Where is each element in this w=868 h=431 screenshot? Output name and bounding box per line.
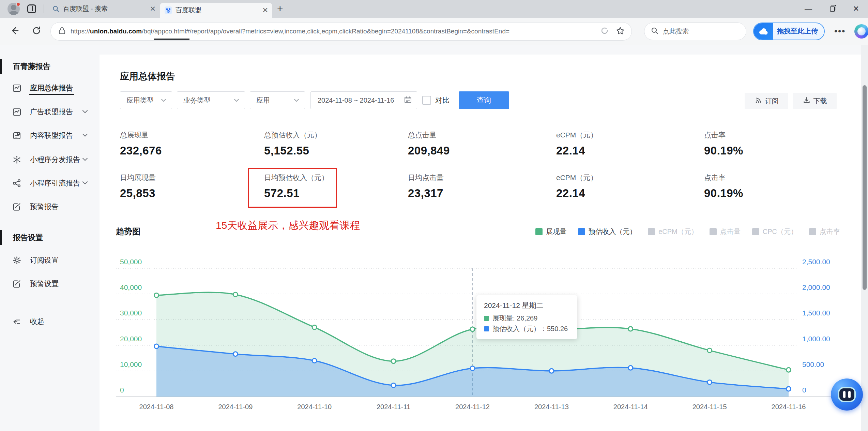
stat-总展现量: 总展现量232,676 [120, 130, 256, 157]
tab-close-icon[interactable]: ✕ [150, 5, 156, 13]
back-icon[interactable] [10, 26, 20, 37]
chevron-down-icon [82, 132, 88, 138]
stat-label: eCPM（元） [556, 130, 692, 140]
tooltip-date: 2024-11-12 星期二 [484, 301, 570, 310]
refresh-icon[interactable] [31, 26, 42, 37]
address-bar[interactable]: https://union.baidu.com/bqt/appco.html#/… [50, 22, 632, 41]
page-scrollbar [861, 45, 868, 431]
tooltip-series-value: 预估收入（元）：550.26 [492, 324, 568, 333]
close-button[interactable]: ✕ [844, 0, 868, 18]
download-button[interactable]: 下载 [793, 93, 837, 109]
legend-item-点击率[interactable]: 点击率 [809, 227, 840, 236]
tab-baidu-union[interactable]: du 百度联盟 ✕ [160, 3, 272, 18]
svg-text:2024-11-12: 2024-11-12 [455, 403, 490, 411]
url-focus-underline [154, 39, 189, 40]
lock-icon [58, 27, 66, 36]
sidebar-item-label: 小程序引流报告 [30, 178, 80, 188]
app-select[interactable]: 应用 [250, 91, 305, 109]
stat-label: 日均点击量 [408, 173, 544, 182]
legend-swatch [710, 228, 717, 235]
data-point [312, 325, 317, 329]
svg-text:2024-11-14: 2024-11-14 [613, 403, 648, 411]
sidebar-item-小程序引流报告[interactable]: 小程序引流报告 [0, 174, 100, 193]
stat-点击率: 点击率90.19% [704, 173, 840, 200]
date-range-input[interactable]: 2024-11-08 ~ 2024-11-16 [310, 91, 417, 109]
stat-value: 209,849 [408, 144, 544, 157]
url-domain: union.baidu.com [90, 28, 142, 35]
data-point [787, 368, 791, 372]
svg-text:30,000: 30,000 [120, 309, 142, 317]
sidebar-section-title: 百青藤报告 [13, 61, 50, 72]
chevron-down-icon [234, 97, 239, 103]
scrollbar-thumb[interactable] [863, 85, 867, 290]
stat-value: 23,317 [408, 187, 544, 200]
ai-assistant-button[interactable] [831, 378, 863, 411]
section-accent-bar [0, 230, 2, 245]
sidebar-item-预警设置[interactable]: 预警设置 [0, 274, 100, 293]
notification-dot [16, 2, 20, 6]
compare-label: 对比 [435, 95, 450, 105]
avatar-torso-shape [9, 11, 18, 15]
subscribe-button[interactable]: 订阅 [745, 93, 788, 109]
copilot-icon[interactable] [854, 24, 868, 39]
business-type-select[interactable]: 业务类型 [177, 91, 245, 109]
legend-item-CPC（元）[interactable]: CPC（元） [752, 227, 797, 236]
stat-value: 22.14 [556, 187, 692, 200]
chevron-down-icon [294, 97, 299, 103]
svg-text:500.00: 500.00 [802, 360, 824, 368]
app-type-select[interactable]: 应用类型 [120, 91, 172, 109]
browser-menu-icon[interactable]: ••• [834, 26, 846, 36]
collapse-sidebar-button[interactable]: 收起 [0, 312, 100, 331]
legend-item-展现量[interactable]: 展现量 [535, 227, 566, 236]
sidebar-item-订阅设置[interactable]: 订阅设置 [0, 251, 100, 270]
data-point [787, 387, 791, 391]
sidebar-item-广告联盟报告[interactable]: 广告联盟报告 [0, 102, 100, 121]
legend-item-eCPM（元）[interactable]: eCPM（元） [648, 227, 698, 236]
svg-text:1,000.00: 1,000.00 [802, 335, 830, 343]
stat-label: 总预估收入（元） [264, 130, 400, 140]
sidebar-section-header: 百青藤报告 [0, 58, 100, 75]
data-point [154, 293, 159, 297]
sidebar-item-预警报告[interactable]: 预警报告 [0, 197, 100, 216]
svg-text:2,500.00: 2,500.00 [802, 258, 830, 266]
chevron-down-icon [82, 180, 88, 186]
sidebar-item-label: 订阅设置 [30, 255, 59, 265]
legend-item-点击量[interactable]: 点击量 [710, 227, 741, 236]
translate-icon[interactable] [600, 26, 609, 36]
tab-title: 百度联盟 [176, 6, 259, 15]
sidebar-item-内容联盟报告[interactable]: 内容联盟报告 [0, 126, 100, 145]
legend-item-预估收入（元）[interactable]: 预估收入（元） [578, 227, 636, 236]
new-tab-button[interactable]: + [277, 3, 283, 15]
workspaces-icon[interactable] [27, 4, 36, 13]
browser-titlebar: 百度联盟 - 搜索 ✕ du 百度联盟 ✕ + — ✕ [0, 0, 868, 18]
url-text: https://union.baidu.com/bqt/appco.html#/… [71, 28, 596, 35]
quick-search-box[interactable]: 点此搜索 [644, 23, 746, 40]
report-chart-icon [12, 84, 21, 93]
favorite-star-icon[interactable] [616, 26, 625, 36]
tab-close-icon[interactable]: ✕ [262, 6, 268, 14]
svg-text:2024-11-16: 2024-11-16 [772, 403, 806, 411]
content-report-icon [12, 131, 21, 140]
calendar-icon [404, 95, 412, 105]
active-item-underline [29, 94, 74, 95]
legend-swatch [809, 228, 816, 235]
tab-baidu-search[interactable]: 百度联盟 - 搜索 ✕ [47, 2, 160, 16]
gear-icon [12, 256, 21, 265]
baidu-favicon-icon: du [165, 6, 172, 14]
tooltip-series-swatch [484, 316, 489, 321]
tooltip-row: 展现量: 26,269 [484, 313, 570, 324]
netdisk-upload-button[interactable]: 拖拽至此上传 [753, 23, 825, 40]
data-point [391, 383, 396, 387]
legend-label: CPC（元） [763, 227, 797, 236]
sidebar-item-小程序分发报告[interactable]: 小程序分发报告 [0, 150, 100, 169]
compare-checkbox[interactable] [422, 96, 431, 105]
stat-label: 日均展现量 [120, 173, 256, 182]
browser-window: 百度联盟 - 搜索 ✕ du 百度联盟 ✕ + — ✕ ht [0, 0, 868, 431]
svg-text:20,000: 20,000 [120, 335, 142, 343]
svg-text:2024-11-10: 2024-11-10 [297, 403, 332, 411]
query-button[interactable]: 查询 [459, 91, 509, 109]
restore-button[interactable] [820, 0, 844, 18]
stat-label: 总点击量 [408, 130, 544, 140]
data-point [312, 358, 317, 363]
minimize-button[interactable]: — [796, 0, 820, 18]
